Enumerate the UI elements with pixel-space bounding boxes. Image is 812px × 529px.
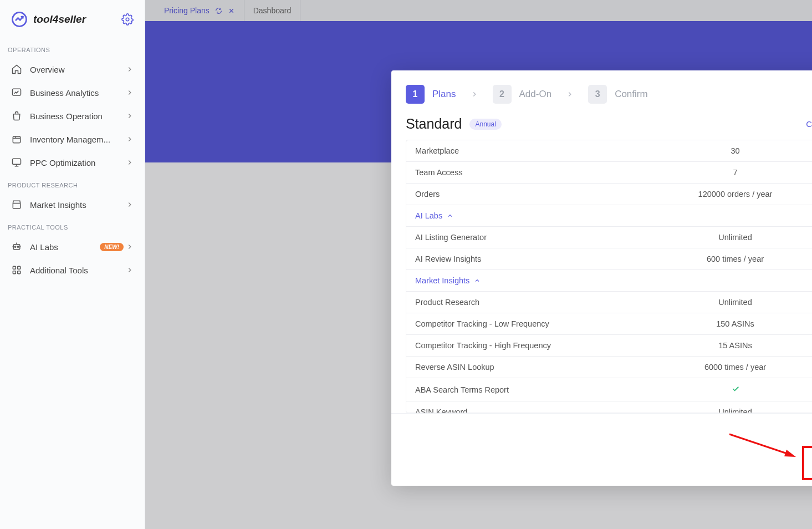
brand-name: tool4seller [33, 13, 86, 26]
sidebar-item-inventory-management[interactable]: Inventory Managem... [3, 128, 141, 150]
sidebar-item-business-analytics[interactable]: Business Analytics [3, 82, 141, 104]
feature-row: Marketplace30 [406, 140, 812, 162]
annotation-arrow-icon [727, 431, 799, 459]
step-label: Plans [432, 89, 456, 100]
section-label-product-research: PRODUCT RESEARCH [0, 174, 145, 193]
sidebar-item-overview[interactable]: Overview [3, 58, 141, 80]
feature-row: Product ResearchUnlimited [406, 292, 812, 313]
analytics-icon [11, 87, 22, 98]
chevron-right-icon [126, 159, 134, 166]
sidebar-item-market-insights[interactable]: Market Insights [3, 194, 141, 216]
feature-value: 120000 orders / year [598, 190, 812, 199]
sidebar-item-ai-labs[interactable]: AI Labs NEW! [3, 236, 141, 258]
svg-point-1 [126, 18, 129, 21]
sidebar-item-ppc-optimization[interactable]: PPC Optimization [3, 151, 141, 174]
sidebar-item-label: PPC Optimization [30, 158, 126, 167]
main-area: Pricing Plans Dashboard Our Pricing 1 [145, 0, 812, 529]
check-icon [731, 384, 740, 393]
svg-rect-10 [13, 271, 16, 274]
svg-marker-13 [784, 450, 796, 457]
grid-icon [11, 264, 22, 276]
feature-value: Unlimited [598, 233, 812, 242]
feature-row: Competitor Tracking - High Frequency15 A… [406, 335, 812, 357]
sidebar-item-label: Overview [30, 65, 126, 74]
chevron-up-icon [447, 212, 453, 219]
step-plans[interactable]: 1 Plans [406, 85, 456, 104]
settings-gear-icon[interactable] [121, 13, 134, 26]
step-number: 3 [588, 85, 607, 104]
chevron-right-icon [566, 90, 574, 98]
svg-rect-3 [13, 136, 20, 143]
feature-label: Competitor Tracking - High Frequency [415, 341, 598, 350]
section-label-practical-tools: PRACTICAL TOOLS [0, 216, 145, 235]
change-subscription-link[interactable]: Change subscription [806, 119, 812, 129]
chevron-right-icon [126, 266, 134, 274]
sidebar-item-business-operation[interactable]: Business Operation [3, 105, 141, 127]
feature-row: ABA Search Terms Report [406, 378, 812, 401]
step-confirm[interactable]: 3 Confirm [588, 85, 648, 104]
monitor-icon [11, 157, 22, 168]
step-addon[interactable]: 2 Add-On [493, 85, 552, 104]
svg-line-12 [729, 434, 790, 455]
feature-row: ASIN KeywordUnlimited [406, 401, 812, 413]
chevron-right-icon [126, 243, 134, 251]
shop-icon [11, 199, 22, 210]
feature-group-ai-labs[interactable]: AI Labs [406, 205, 812, 227]
feature-row: Orders120000 orders / year [406, 184, 812, 205]
modal-footer: Total : $ 799 Next [391, 413, 812, 486]
sidebar-item-additional-tools[interactable]: Additional Tools [3, 259, 141, 281]
feature-value: 30 [598, 146, 812, 155]
feature-value: 15 ASINs [598, 341, 812, 350]
feature-row: Competitor Tracking - Low Frequency150 A… [406, 313, 812, 335]
feature-label: Product Research [415, 298, 598, 307]
step-label: Confirm [615, 89, 648, 100]
pricing-modal: 1 Plans 2 Add-On 3 Confirm [391, 70, 812, 486]
sidebar: tool4seller OPERATIONS Overview Business… [0, 0, 145, 529]
sidebar-item-label: Business Analytics [30, 88, 126, 98]
feature-label: ASIN Keyword [415, 408, 598, 413]
sidebar-item-label: Market Insights [30, 200, 126, 210]
step-label: Add-On [519, 89, 552, 100]
brand-logo-block[interactable]: tool4seller [11, 11, 86, 28]
feature-value: 6000 times / year [598, 363, 812, 372]
feature-label: Orders [415, 190, 598, 199]
feature-value: 600 times / year [598, 255, 812, 263]
chevron-right-icon [126, 112, 134, 120]
sidebar-item-label: Inventory Managem... [30, 135, 126, 144]
sidebar-item-label: Additional Tools [30, 266, 126, 275]
chevron-right-icon [471, 90, 478, 98]
feature-label: AI Listing Generator [415, 233, 598, 242]
home-icon [11, 64, 22, 75]
feature-row: Team Access7 [406, 162, 812, 184]
step-bar: 1 Plans 2 Add-On 3 Confirm [406, 85, 812, 104]
feature-value [598, 384, 812, 395]
feature-value: 7 [598, 168, 812, 177]
feature-label: Marketplace [415, 146, 598, 155]
feature-group-market-insights[interactable]: Market Insights [406, 270, 812, 292]
robot-icon [11, 241, 22, 252]
feature-list[interactable]: Marketplace30 Team Access7 Orders120000 … [406, 140, 812, 413]
chevron-right-icon [126, 89, 134, 96]
step-number: 1 [406, 85, 425, 104]
sidebar-item-label: AI Labs [30, 242, 100, 252]
svg-rect-4 [13, 159, 21, 164]
chevron-up-icon [474, 277, 481, 284]
feature-value: 150 ASINs [598, 319, 812, 328]
feature-label: Team Access [415, 168, 598, 177]
feature-value: Unlimited [598, 298, 812, 307]
annotation-highlight-box [802, 446, 812, 480]
svg-rect-11 [18, 271, 21, 274]
feature-label: AI Review Insights [415, 255, 598, 263]
new-badge: NEW! [100, 243, 124, 251]
feature-label: Competitor Tracking - Low Frequency [415, 319, 598, 328]
feature-label: ABA Search Terms Report [415, 385, 598, 394]
svg-rect-9 [18, 266, 21, 269]
step-number: 2 [493, 85, 512, 104]
chevron-right-icon [126, 65, 134, 73]
brand-logo-icon [11, 11, 28, 28]
feature-group-label: Market Insights [415, 276, 469, 285]
svg-rect-8 [13, 266, 16, 269]
plan-name: Standard [406, 116, 462, 132]
svg-rect-2 [13, 89, 21, 95]
feature-row: AI Listing GeneratorUnlimited [406, 227, 812, 248]
